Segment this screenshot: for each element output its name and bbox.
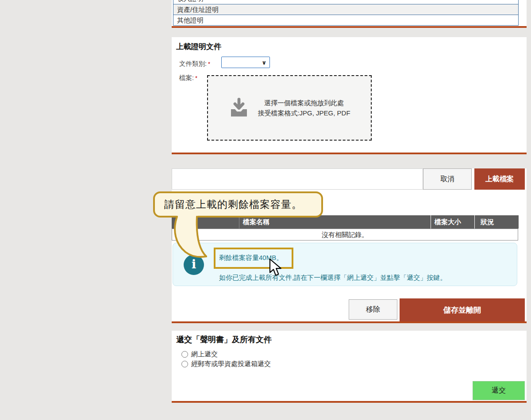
- chevron-down-icon: ∨: [262, 59, 266, 66]
- submit-button[interactable]: 遞交: [473, 381, 525, 400]
- callout-tail: [150, 215, 217, 262]
- remove-button[interactable]: 移除: [349, 299, 397, 320]
- page: { "page": { "bg_color": "#e8e7e5", "divi…: [0, 0, 531, 420]
- callout-text: 請留意上載的剩餘檔案容量。: [164, 198, 302, 211]
- table-row[interactable]: 資產/住址證明: [173, 4, 518, 15]
- category-table: 收入證明 資產/住址證明 其他證明: [173, 0, 519, 26]
- table-row[interactable]: 其他證明: [173, 15, 518, 25]
- radio-mail-submit[interactable]: 經郵寄或學資處投遞箱遞交: [181, 360, 271, 368]
- annotation-callout-bubble: 請留意上載的剩餘檔案容量。: [153, 191, 323, 218]
- selected-file-field[interactable]: [172, 168, 423, 190]
- radio-online-submit[interactable]: 網上遞交: [181, 350, 218, 359]
- required-asterisk: *: [208, 61, 210, 67]
- upload-file-button[interactable]: 上載檔案: [474, 168, 525, 190]
- radio-label: 經郵寄或學資處投遞箱遞交: [191, 360, 271, 368]
- column-header-filesize: 檔案大小: [431, 215, 474, 229]
- save-and-leave-button[interactable]: 儲存並離開: [400, 298, 525, 321]
- dropzone-line1: 選擇一個檔案或拖放到此處: [258, 98, 350, 108]
- table-row[interactable]: 收入證明: [173, 0, 518, 4]
- radio-icon[interactable]: [181, 361, 188, 367]
- radio-icon[interactable]: [181, 351, 188, 358]
- file-dropzone[interactable]: 選擇一個檔案或拖放到此處 接受檔案格式:JPG, JPEG, PDF: [207, 75, 372, 141]
- section-title: 上載證明文件: [176, 42, 221, 52]
- doc-type-label-text: 文件類別:: [179, 60, 207, 67]
- required-asterisk: *: [195, 75, 197, 81]
- cancel-button[interactable]: 取消: [423, 168, 472, 190]
- upload-form-section: 上載證明文件 文件類別:* ∨ 檔案:* 選擇一個檔案或拖放到此處 接受檔案格式…: [172, 37, 527, 154]
- dropzone-text: 選擇一個檔案或拖放到此處 接受檔案格式:JPG, JPEG, PDF: [258, 98, 350, 118]
- info-instruction-text: 如你已完成上載所有文件,請在下一欄選擇「網上遞交」並點擊「遞交」按鍵。: [219, 274, 446, 282]
- category-table-section: 收入證明 資產/住址證明 其他證明: [172, 0, 527, 28]
- empty-records-row: 沒有相關記錄。: [172, 229, 518, 241]
- submit-section: 遞交「聲明書」及所有文件 網上遞交 經郵寄或學資處投遞箱遞交 遞交: [172, 331, 527, 403]
- document-type-select[interactable]: ∨: [221, 57, 270, 68]
- submit-section-title: 遞交「聲明書」及所有文件: [176, 334, 272, 345]
- file-label: 檔案:*: [179, 74, 197, 82]
- radio-label: 網上遞交: [191, 350, 218, 359]
- download-tray-icon: [228, 97, 250, 118]
- mouse-cursor-icon: [269, 258, 282, 278]
- file-label-text: 檔案:: [179, 74, 194, 81]
- doc-type-label: 文件類別:*: [179, 60, 210, 68]
- dropzone-line2: 接受檔案格式:JPG, JPEG, PDF: [258, 108, 350, 118]
- info-box: i 剩餘檔案容量40MB。 如你已完成上載所有文件,請在下一欄選擇「網上遞交」並…: [173, 243, 517, 286]
- column-header-status: 狀況: [474, 215, 519, 229]
